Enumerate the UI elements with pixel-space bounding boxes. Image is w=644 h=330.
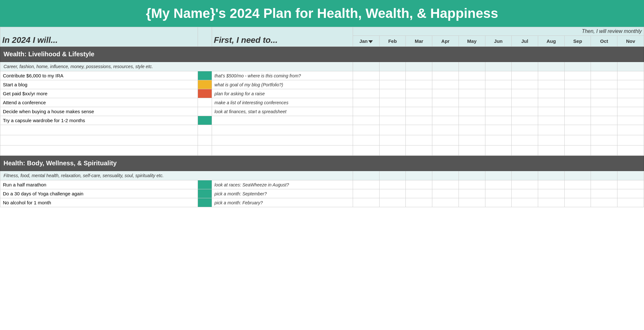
month-cell-1-1-10 — [617, 189, 644, 198]
action-cell-0-5 — [212, 116, 353, 125]
month-cell-1-0-10 — [617, 180, 644, 189]
month-cell-0-5-9 — [591, 116, 617, 125]
desc-month-2 — [406, 62, 432, 71]
month-cell-0-5-0 — [353, 116, 379, 125]
action-cell-0-0: that's $500/mo - where is this coming fr… — [212, 71, 353, 80]
month-cell-0-1-2 — [406, 80, 432, 89]
month-cell-0-5-1 — [379, 116, 406, 125]
desc-month-3 — [432, 62, 459, 71]
data-row-0-5: Try a capsule wardrobe for 1-2 months — [0, 116, 644, 125]
color-indicator-1-1 — [198, 189, 212, 198]
month-sep: Sep — [564, 36, 591, 47]
desc-month-8 — [564, 62, 591, 71]
month-jun: Jun — [485, 36, 512, 47]
header-in2024-label: In 2024 I will... — [0, 27, 198, 47]
month-cell-0-4-4 — [459, 107, 485, 116]
month-cell-0-0-5 — [485, 71, 512, 80]
month-cell-0-1-10 — [617, 80, 644, 89]
month-cell-1-0-4 — [459, 180, 485, 189]
month-cell-1-2-1 — [379, 198, 406, 207]
month-cell-1-2-8 — [564, 198, 591, 207]
desc-month-3 — [432, 171, 459, 180]
month-cell-0-4-0 — [353, 107, 379, 116]
month-cell-0-3-0 — [353, 98, 379, 107]
month-cell-1-2-3 — [432, 198, 459, 207]
month-cell-0-2-4 — [459, 89, 485, 98]
goal-cell-0-3: Attend a conference — [0, 98, 198, 107]
header-color-spacer — [198, 27, 212, 47]
month-cell-1-1-3 — [432, 189, 459, 198]
month-cell-0-2-1 — [379, 89, 406, 98]
month-cell-0-3-8 — [564, 98, 591, 107]
desc-month-5 — [485, 171, 512, 180]
desc-month-10 — [617, 171, 644, 180]
desc-month-2 — [406, 171, 432, 180]
month-cell-0-4-8 — [564, 107, 591, 116]
month-cell-0-2-7 — [538, 89, 564, 98]
section-header-1: Health: Body, Wellness, & Spirituality — [0, 156, 644, 171]
month-cell-1-2-6 — [512, 198, 538, 207]
month-cell-1-1-7 — [538, 189, 564, 198]
desc-month-0 — [353, 171, 379, 180]
month-cell-0-1-9 — [591, 80, 617, 89]
month-nov: Nov — [617, 36, 644, 47]
section-title-1: Health: Body, Wellness, & Spirituality — [0, 156, 644, 171]
month-cell-1-0-7 — [538, 180, 564, 189]
goal-cell-0-1: Start a blog — [0, 80, 198, 89]
month-aug: Aug — [538, 36, 564, 47]
month-cell-1-0-9 — [591, 180, 617, 189]
month-cell-0-1-3 — [432, 80, 459, 89]
data-row-0-2: Get paid $xx/yr more plan for asking for… — [0, 89, 644, 98]
month-cell-0-1-8 — [564, 80, 591, 89]
desc-month-1 — [379, 171, 406, 180]
month-cell-1-2-7 — [538, 198, 564, 207]
month-cell-0-3-5 — [485, 98, 512, 107]
month-cell-1-2-2 — [406, 198, 432, 207]
month-cell-0-3-10 — [617, 98, 644, 107]
month-cell-1-1-1 — [379, 189, 406, 198]
month-cell-0-1-0 — [353, 80, 379, 89]
month-cell-1-2-9 — [591, 198, 617, 207]
header-firstneed-label: First, I need to... — [212, 27, 353, 47]
desc-month-9 — [591, 62, 617, 71]
action-cell-1-2: pick a month: February? — [212, 198, 353, 207]
goal-cell-0-5: Try a capsule wardrobe for 1-2 months — [0, 116, 198, 125]
section-desc-0: Career, fashion, home, influence, money,… — [0, 62, 644, 71]
desc-month-6 — [512, 62, 538, 71]
month-cell-0-0-1 — [379, 71, 406, 80]
month-cell-1-1-4 — [459, 189, 485, 198]
month-cell-0-3-9 — [591, 98, 617, 107]
month-cell-0-5-2 — [406, 116, 432, 125]
month-cell-1-1-2 — [406, 189, 432, 198]
data-row-0-0: Contribute $6,000 to my IRA that's $500/… — [0, 71, 644, 80]
action-cell-1-1: pick a month: September? — [212, 189, 353, 198]
month-feb: Feb — [379, 36, 406, 47]
color-indicator-0-5 — [198, 116, 212, 125]
action-cell-0-3: make a list of interesting conferences — [212, 98, 353, 107]
month-cell-1-2-4 — [459, 198, 485, 207]
desc-month-6 — [512, 171, 538, 180]
month-cell-0-1-7 — [538, 80, 564, 89]
month-cell-0-3-3 — [432, 98, 459, 107]
data-row-0-3: Attend a conference make a list of inter… — [0, 98, 644, 107]
month-cell-0-0-4 — [459, 71, 485, 80]
month-cell-1-1-8 — [564, 189, 591, 198]
month-may: May — [459, 36, 485, 47]
section-title-0: Wealth: Livelihood & Lifestyle — [0, 47, 644, 62]
month-cell-1-0-8 — [564, 180, 591, 189]
month-cell-0-0-10 — [617, 71, 644, 80]
desc-month-9 — [591, 171, 617, 180]
section-desc-text-1: Fitness, food, mental health, relaxation… — [0, 171, 353, 180]
color-indicator-1-0 — [198, 180, 212, 189]
color-indicator-0-3 — [198, 98, 212, 107]
month-cell-0-4-10 — [617, 107, 644, 116]
month-cell-0-5-8 — [564, 116, 591, 125]
desc-month-4 — [459, 62, 485, 71]
month-cell-1-0-1 — [379, 180, 406, 189]
data-row-1-1: Do a 30 days of Yoga challenge again pic… — [0, 189, 644, 198]
month-cell-0-5-5 — [485, 116, 512, 125]
month-cell-0-3-4 — [459, 98, 485, 107]
month-cell-0-5-3 — [432, 116, 459, 125]
month-cell-0-2-8 — [564, 89, 591, 98]
month-cell-0-2-5 — [485, 89, 512, 98]
